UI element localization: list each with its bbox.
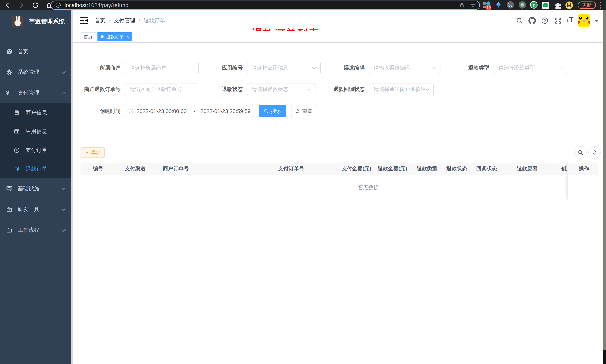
browser-update-button[interactable]: 更新 — [578, 1, 596, 9]
channel-code-select[interactable] — [369, 62, 440, 74]
export-button-label: 导出 — [91, 149, 101, 156]
tab-refund-orders[interactable]: 退款订单 × — [97, 32, 132, 41]
extension-gem-icon[interactable] — [494, 1, 502, 9]
date-range-separator: - — [191, 108, 198, 114]
sidebar-item-system[interactable]: 系统管理 — [0, 62, 71, 82]
sidebar-item-app-info[interactable]: 应用信息 — [0, 122, 71, 141]
merchant-select-input[interactable] — [125, 62, 199, 74]
chevron-down-icon — [62, 186, 66, 190]
extension-y-icon[interactable]: y — [530, 1, 538, 9]
share-icon[interactable] — [459, 2, 465, 8]
briefcase-icon — [6, 206, 13, 213]
export-button[interactable]: 导出 — [80, 147, 105, 158]
sidebar-item-merchant-info[interactable]: 商户信息 — [0, 103, 71, 122]
help-icon[interactable]: ? — [541, 17, 549, 24]
extension-emoji-icon[interactable] — [566, 1, 574, 10]
column-header-pay-order-no: 支付订单号 — [274, 162, 337, 175]
sidebar-item-label: 系统管理 — [18, 68, 39, 76]
top-navbar: 首页 / 支付管理 / 退款订单 退款订单列表 ? TT — [73, 10, 606, 31]
sidebar: 芋道管理系统 首页 系统管理 ¥ 支付管理 商户信息 应用信息 — [0, 10, 73, 364]
refund-status-select[interactable] — [247, 83, 316, 95]
search-button[interactable]: 搜索 — [259, 105, 286, 117]
extension-grid-icon[interactable]: 10 — [483, 1, 491, 9]
browser-forward-icon[interactable] — [18, 1, 25, 9]
store-icon — [13, 109, 20, 116]
avatar[interactable] — [578, 14, 590, 27]
yen-circle-icon: ¥ — [13, 147, 20, 153]
sidebar-item-payment-orders[interactable]: ¥ 支付订单 — [0, 141, 71, 159]
extension-command-icon[interactable]: ⌘ — [507, 1, 515, 9]
app-title: 芋道管理系统 — [29, 17, 65, 26]
yen-icon: ¥ — [6, 90, 10, 96]
extensions-puzzle-icon[interactable] — [554, 1, 562, 9]
tab-home[interactable]: 首页 — [80, 32, 96, 41]
filter-label-merchant-refund-no: 商户退款订单号 — [75, 83, 120, 95]
monitor-chart-icon — [6, 185, 13, 192]
sidebar-item-label: 支付管理 — [18, 89, 39, 97]
empty-state-text: 暂无数据 — [350, 175, 387, 200]
refresh-table-button[interactable] — [588, 146, 601, 159]
sidebar-item-label: 商户信息 — [26, 109, 47, 116]
address-bar[interactable]: localhost:1024/pay/refund ☆ — [51, 0, 480, 10]
url-host: localhost — [65, 2, 87, 8]
column-header-refund-amount: 退款金额(元) — [373, 162, 412, 175]
chevron-up-icon — [62, 92, 66, 96]
payment-submenu: 商户信息 应用信息 ¥ 支付订单 退款订单 — [0, 103, 71, 178]
tab-label: 退款订单 — [106, 34, 124, 40]
url-text[interactable]: localhost:1024/pay/refund — [65, 2, 129, 8]
sidebar-item-refund-orders[interactable]: 退款订单 — [0, 159, 71, 178]
chevron-down-icon — [62, 228, 66, 232]
extension-dot-icon[interactable] — [519, 1, 527, 9]
column-header-merchant-order-no: 商户订单号 — [158, 162, 274, 175]
filter-label-merchant: 所属商户 — [80, 62, 120, 74]
filter-label-app-id: 应用编号 — [203, 62, 243, 74]
sidebar-item-dev-tools[interactable]: 研发工具 — [0, 199, 71, 220]
app-logo — [12, 16, 24, 27]
extension-chat-icon[interactable] — [542, 2, 550, 10]
date-range-picker[interactable]: 2022-01-23 00:00:00 - 2022-01-23 23:59:5… — [125, 105, 253, 117]
app-logo-row[interactable]: 芋道管理系统 — [0, 10, 71, 33]
document-icon — [13, 166, 20, 172]
tab-label: 首页 — [84, 34, 93, 40]
browser-menu-icon[interactable] — [600, 2, 602, 9]
url-path: :1024/pay/refund — [87, 2, 128, 8]
column-header-callback-status: 回调状态 — [472, 162, 512, 175]
callback-status-select[interactable] — [369, 83, 434, 95]
column-header-refund-status: 退款状态 — [442, 162, 472, 175]
grid-icon — [13, 128, 20, 135]
sidebar-item-home[interactable]: 首页 — [0, 41, 71, 62]
filter-label-callback-status: 退款回调状态 — [314, 83, 365, 95]
column-header-pay-amount: 支付金额(元) — [337, 162, 373, 175]
fullscreen-icon[interactable] — [554, 17, 562, 24]
merchant-refund-no-input[interactable] — [125, 83, 197, 95]
filter-label-refund-status: 退款状态 — [203, 83, 243, 95]
font-size-icon[interactable]: TT — [566, 16, 574, 23]
browser-refresh-icon[interactable] — [32, 1, 39, 9]
search-icon[interactable] — [516, 17, 523, 24]
date-range-start[interactable]: 2022-01-23 00:00:00 — [136, 108, 191, 114]
sidebar-scrollbar[interactable] — [71, 10, 73, 364]
sidebar-item-workflow[interactable]: 工作流程 — [0, 220, 71, 240]
app-id-select[interactable] — [247, 62, 321, 74]
tags-view-bar: 首页 退款订单 × — [73, 31, 606, 43]
page-content: 所属商户 应用编号 渠道编码 退款类型 商户退款订单号 退款状态 退款回调状态 … — [73, 43, 606, 364]
window-scrollbar[interactable] — [603, 10, 606, 364]
refund-type-select[interactable] — [494, 62, 567, 74]
search-button-label: 搜索 — [271, 108, 281, 115]
scrollbar-thumb[interactable] — [603, 10, 606, 350]
sidebar-item-infrastructure[interactable]: 基础设施 — [0, 178, 71, 199]
reset-button[interactable]: 重置 — [291, 105, 316, 117]
github-icon[interactable] — [528, 17, 536, 24]
date-range-end[interactable]: 2022-01-23 23:59:59 — [200, 108, 255, 114]
close-tab-icon[interactable]: × — [126, 34, 129, 39]
column-header-refund-type: 退款类型 — [412, 162, 442, 175]
site-info-icon[interactable] — [55, 2, 61, 8]
sidebar-item-payment[interactable]: ¥ 支付管理 — [0, 83, 71, 103]
column-header-refund-reason: 退款原因 — [512, 162, 557, 175]
toggle-search-button[interactable] — [574, 146, 587, 159]
column-header-id: 编号 — [80, 162, 120, 175]
avatar-dropdown-caret[interactable] — [595, 20, 598, 23]
clock-icon — [128, 108, 134, 114]
browser-back-icon[interactable] — [4, 1, 11, 9]
bookmark-star-icon[interactable]: ☆ — [470, 1, 476, 9]
